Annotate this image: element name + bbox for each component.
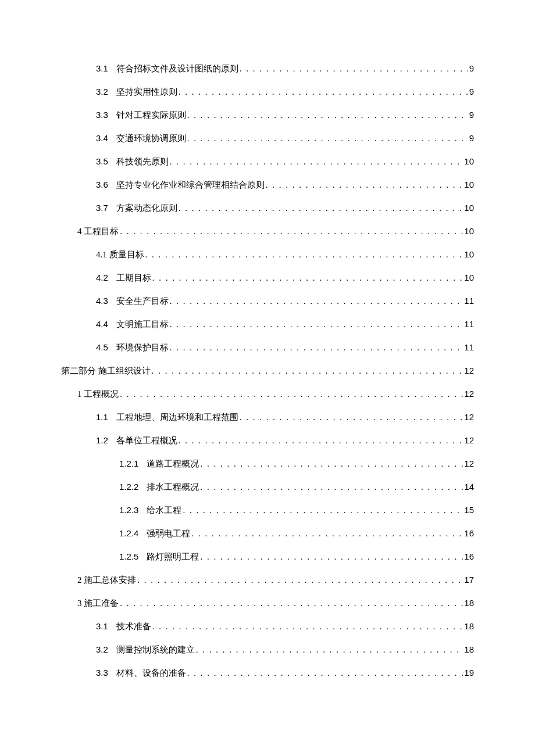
toc-entry-page: 10 [464, 227, 474, 235]
toc-entry: 1.2.4强弱电工程16 [61, 529, 474, 538]
toc-entry-title: 强弱电工程 [147, 529, 190, 538]
toc-entry-number: 3.3 [96, 668, 108, 677]
toc-entry-page: 16 [464, 552, 474, 561]
toc-entry-page: 10 [464, 203, 474, 212]
toc-entry-page: 10 [464, 273, 474, 282]
toc-entry-page: 12 [464, 413, 474, 421]
toc-entry-title: 各单位工程概况 [116, 436, 177, 445]
toc-entry-number: 3.1 [96, 64, 108, 73]
toc-entry-page: 12 [464, 436, 474, 445]
toc-entry: 1.2.3给水工程15 [61, 506, 474, 515]
toc-entry-page: 15 [464, 506, 474, 514]
toc-entry-title: 2 施工总体安排 [77, 576, 136, 585]
toc-entry-title: 安全生产目标 [116, 297, 169, 306]
toc-entry-number: 3.2 [96, 645, 108, 654]
toc-leader-dots [191, 529, 463, 538]
toc-leader-dots [145, 250, 463, 259]
toc-entry-title: 坚持实用性原则 [116, 88, 177, 96]
toc-leader-dots [200, 460, 463, 468]
toc-entry-number: 3.7 [96, 203, 108, 212]
toc-entry: 1.1工程地理、周边环境和工程范围12 [61, 413, 474, 422]
toc-entry: 3.5科技领先原则10 [61, 157, 474, 166]
toc-entry-title: 文明施工目标 [116, 320, 169, 329]
toc-entry: 4.4文明施工目标11 [61, 320, 474, 329]
toc-entry-number: 3.3 [96, 110, 108, 119]
toc-entry-page: 11 [464, 296, 474, 305]
document-page: 3.1符合招标文件及设计图纸的原则93.2坚持实用性原则93.3针对工程实际原则… [0, 0, 535, 756]
toc-entry-page: 12 [464, 389, 474, 398]
toc-entry-title: 第二部分 施工组织设计 [61, 367, 151, 375]
toc-entry: 3.6坚持专业化作业和综合管理相结合原则10 [61, 180, 474, 189]
toc-entry-page: 12 [464, 459, 474, 468]
toc-entry-number: 3.5 [96, 157, 108, 166]
toc-leader-dots [187, 111, 468, 120]
toc-entry-page: 18 [464, 645, 474, 654]
toc-entry-title: 测量控制系统的建立 [116, 646, 195, 654]
toc-leader-dots [120, 599, 463, 608]
toc-entry-number: 3.2 [96, 87, 108, 96]
toc-entry: 第二部分 施工组织设计12 [61, 366, 474, 375]
toc-entry-title: 工程地理、周边环境和工程范围 [116, 413, 238, 422]
toc-entry-page: 10 [464, 157, 474, 166]
toc-entry: 3.2坚持实用性原则9 [61, 87, 474, 96]
toc-entry-page: 14 [464, 482, 474, 491]
toc-entry-title: 符合招标文件及设计图纸的原则 [116, 65, 238, 73]
toc-entry-number: 4.2 [96, 273, 108, 282]
toc-entry: 3.3材料、设备的准备19 [61, 668, 474, 678]
toc-entry-number: 1.2.1 [119, 459, 138, 468]
toc-entry-title: 4.1 质量目标 [96, 250, 144, 259]
toc-entry-number: 4 [77, 227, 82, 236]
toc-entry-title: 排水工程概况 [147, 483, 199, 492]
toc-entry-title-text: 质量目标 [109, 250, 144, 259]
toc-leader-dots [179, 204, 463, 213]
toc-entry-title-text: 施工准备 [84, 599, 119, 608]
toc-entry-number: 4.1 [96, 250, 107, 259]
toc-entry-title-text: 工程概况 [84, 389, 119, 399]
toc-entry-title-text: 施工总体安排 [84, 575, 136, 585]
toc-entry-page: 10 [464, 180, 474, 189]
toc-entry-title: 道路工程概况 [147, 460, 199, 468]
toc-entry: 3.1符合招标文件及设计图纸的原则9 [61, 64, 474, 73]
toc-entry-number: 3.4 [96, 134, 108, 142]
toc-entry: 3.3针对工程实际原则9 [61, 110, 474, 120]
toc-entry-page: 9 [469, 64, 474, 73]
toc-leader-dots [240, 413, 463, 422]
toc-leader-dots [196, 646, 463, 654]
toc-leader-dots [179, 88, 468, 96]
toc-entry: 4.1 质量目标10 [61, 250, 474, 259]
toc-entry-title: 1 工程概况 [77, 390, 119, 399]
toc-entry-page: 18 [464, 622, 474, 630]
toc-entry: 3 施工准备18 [61, 599, 474, 608]
toc-leader-dots [240, 65, 468, 73]
toc-leader-dots [120, 390, 463, 399]
toc-entry: 1 工程概况12 [61, 389, 474, 399]
toc-entry: 4.5环境保护目标11 [61, 343, 474, 352]
toc-leader-dots [152, 367, 463, 375]
toc-entry-page: 11 [464, 320, 474, 328]
toc-entry-title: 给水工程 [147, 506, 181, 515]
toc-entry-number: 1.2.2 [119, 482, 138, 491]
toc-entry-title: 技术准备 [116, 622, 151, 631]
toc-leader-dots [187, 134, 468, 143]
toc-entry-page: 16 [464, 529, 474, 538]
table-of-contents: 3.1符合招标文件及设计图纸的原则93.2坚持实用性原则93.3针对工程实际原则… [61, 64, 474, 678]
toc-entry: 3.1技术准备18 [61, 622, 474, 631]
toc-entry-number: 4.4 [96, 320, 108, 328]
toc-entry-page: 9 [469, 110, 474, 119]
toc-entry-number: 3.1 [96, 622, 108, 630]
toc-entry-page: 9 [469, 87, 474, 96]
toc-leader-dots [152, 622, 463, 631]
toc-entry-number: 1.2.3 [119, 506, 138, 514]
toc-entry-number: 2 [77, 575, 82, 585]
toc-leader-dots [170, 343, 463, 352]
toc-leader-dots [187, 669, 463, 678]
toc-leader-dots [120, 227, 463, 236]
toc-leader-dots [183, 506, 463, 515]
toc-leader-dots [170, 297, 463, 306]
toc-entry-title: 4 工程目标 [77, 227, 119, 236]
toc-entry-number: 3.6 [96, 180, 108, 189]
toc-entry: 4 工程目标10 [61, 227, 474, 236]
toc-entry-page: 18 [464, 599, 474, 607]
toc-leader-dots [266, 181, 463, 189]
toc-entry-number: 1 [77, 389, 82, 399]
